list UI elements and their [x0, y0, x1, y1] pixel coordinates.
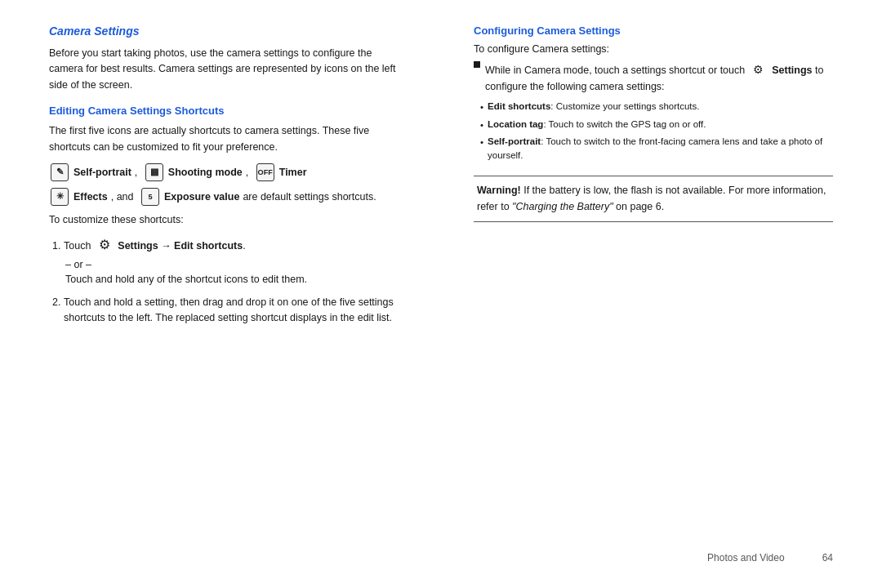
- footer-page-number: 64: [822, 552, 833, 564]
- bullet-intro: While in Camera mode, touch a settings s…: [485, 65, 745, 76]
- warning-italic: "Charging the Battery": [512, 201, 613, 212]
- editing-intro-text: The first five icons are actually shortc…: [49, 123, 408, 155]
- right-column: Configuring Camera Settings To configure…: [457, 24, 833, 544]
- step1-alt-text: Touch and hold any of the shortcut icons…: [65, 272, 408, 287]
- self-portrait-label: Self-portrait: [74, 167, 131, 178]
- settings-gear-icon: ⚙: [96, 236, 114, 254]
- configure-intro: To configure Camera settings:: [474, 43, 833, 55]
- self-portrait-icon: ✎: [51, 163, 69, 181]
- sub-bullets: • Edit shortcuts: Customize your setting…: [480, 100, 833, 163]
- arrow-icon: →: [161, 240, 174, 252]
- location-tag-bold: Location tag: [488, 119, 543, 129]
- location-tag-desc: : Touch to switch the GPS tag on or off.: [543, 119, 706, 129]
- sub-bullet-location-text: Location tag: Touch to switch the GPS ta…: [488, 118, 706, 131]
- bullet-settings-label: Settings: [772, 65, 812, 76]
- left-column: Camera Settings Before you start taking …: [49, 24, 425, 544]
- icon-row-2: ✳ Effects, and 5 Exposure value are defa…: [49, 188, 408, 206]
- numbered-steps: Touch ⚙ Settings → Edit shortcuts.: [64, 236, 408, 254]
- bullet-dot-2: •: [480, 118, 483, 132]
- settings-icon-right: ⚙: [750, 61, 768, 79]
- sub-bullet-self-portrait: • Self-portrait: Touch to switch to the …: [480, 135, 833, 163]
- footer-divider: [791, 552, 816, 564]
- page-footer: Photos and Video 64: [49, 544, 833, 564]
- main-bullet: While in Camera mode, touch a settings s…: [474, 61, 833, 95]
- warning-text: Warning! If the battery is low, the flas…: [477, 183, 830, 215]
- bullet-text: While in Camera mode, touch a settings s…: [485, 61, 833, 95]
- customize-shortcuts-label: To customize these shortcuts:: [49, 212, 408, 228]
- warning-label: Warning!: [477, 185, 521, 196]
- or-text: – or –: [65, 259, 408, 270]
- step-1: Touch ⚙ Settings → Edit shortcuts.: [64, 236, 408, 254]
- exposure-label: Exposure value: [164, 191, 239, 203]
- footer-section: Photos and Video: [707, 552, 785, 564]
- warning-suffix: on page 6.: [616, 201, 664, 212]
- edit-shortcuts-bold: Edit shortcuts: [488, 101, 550, 111]
- sub-bullet-edit-text: Edit shortcuts: Customize your settings …: [488, 100, 699, 114]
- sub-bullet-edit-shortcuts: • Edit shortcuts: Customize your setting…: [480, 100, 833, 114]
- step-2: Touch and hold a setting, then drag and …: [64, 295, 408, 327]
- camera-settings-title: Camera Settings: [49, 24, 408, 38]
- bullet-dot-3: •: [480, 136, 483, 149]
- timer-icon: OFF: [256, 163, 274, 181]
- exposure-icon: 5: [141, 188, 159, 206]
- self-portrait-bold: Self-portrait: [488, 136, 541, 146]
- shooting-mode-icon: ▩: [145, 163, 163, 181]
- configuring-title: Configuring Camera Settings: [474, 24, 833, 37]
- step1-prefix: Touch: [64, 240, 91, 252]
- effects-icon: ✳: [51, 188, 69, 206]
- edit-shortcuts-label: Edit shortcuts: [174, 240, 243, 252]
- sub-bullet-portrait-text: Self-portrait: Touch to switch to the fr…: [488, 135, 833, 163]
- square-bullet-icon: [474, 61, 480, 68]
- camera-settings-intro: Before you start taking photos, use the …: [49, 46, 408, 93]
- edit-shortcuts-desc: : Customize your settings shortcuts.: [550, 101, 699, 111]
- bullet-dot-1: •: [480, 100, 483, 114]
- icon-row2-suffix: are default settings shortcuts.: [243, 191, 376, 203]
- effects-label: Effects: [74, 191, 108, 203]
- editing-shortcuts-title: Editing Camera Settings Shortcuts: [49, 105, 408, 117]
- settings-label: Settings: [118, 240, 158, 252]
- numbered-steps-2: Touch and hold a setting, then drag and …: [64, 295, 408, 327]
- sub-bullet-location-tag: • Location tag: Touch to switch the GPS …: [480, 118, 833, 132]
- icon-row-1: ✎ Self-portrait, ▩ Shooting mode, OFF Ti…: [49, 163, 408, 181]
- warning-box: Warning! If the battery is low, the flas…: [474, 176, 833, 222]
- shooting-mode-label: Shooting mode: [168, 167, 243, 178]
- timer-label: Timer: [279, 167, 307, 178]
